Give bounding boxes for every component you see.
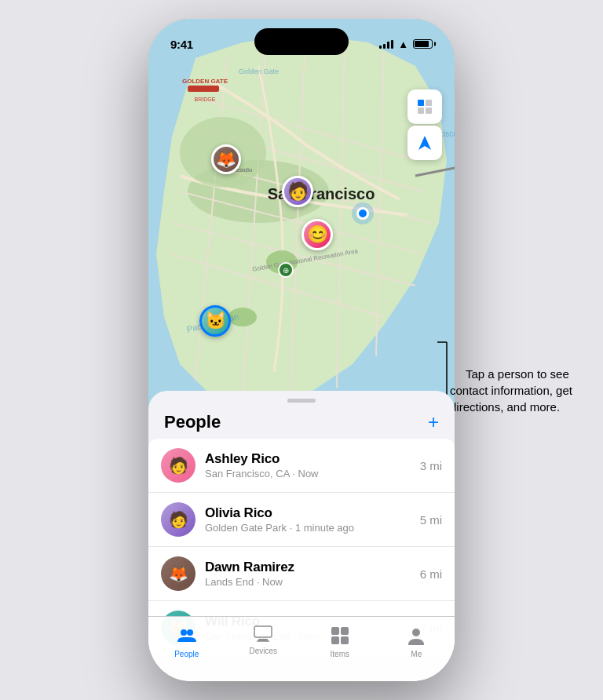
tab-me-label: Me [411,650,422,658]
wifi-icon: ▲ [398,38,408,50]
dawn-detail: Lands End · Now [205,576,420,588]
bar3 [387,42,389,49]
olivia-detail: Golden Gate Park · 1 minute ago [205,522,420,534]
dawn-info: Dawn Ramirez Lands End · Now [205,560,420,588]
olivia-distance: 5 mi [420,513,442,527]
svg-rect-36 [341,627,349,635]
devices-tab-icon [252,625,274,643]
svg-rect-35 [331,627,339,635]
phone-frame: 9:41 ▲ [148,19,455,681]
location-button[interactable] [407,126,442,160]
svg-text:Golden Gate: Golden Gate [239,67,279,75]
dynamic-island [254,28,349,55]
person-row-dawn[interactable]: 🦊 Dawn Ramirez Lands End · Now 6 mi [148,547,455,601]
map-buttons [407,89,442,160]
items-tab-icon [329,625,351,647]
dawn-distance: 6 mi [420,567,442,581]
battery-icon [413,39,433,49]
svg-point-31 [187,629,193,636]
svg-point-39 [412,629,420,636]
user-location-dot [356,207,369,220]
ashley-detail: San Francisco, CA · Now [205,468,420,479]
svg-point-30 [181,629,187,636]
svg-text:GOLDEN GATE: GOLDEN GATE [182,78,228,85]
will-map-pin[interactable]: 🐱 [199,305,231,337]
sheet-header: People + [148,403,455,439]
person-row-ashley[interactable]: 🧑 Ashley Rico San Francisco, CA · Now 3 … [148,439,455,493]
person-map-pin-1[interactable]: 😊 [302,219,333,250]
tab-items-label: Items [331,650,349,658]
tab-me[interactable]: Me [378,625,455,658]
ashley-avatar: 🧑 [161,448,196,483]
dawn-name: Dawn Ramirez [205,560,420,575]
svg-text:BRIDGE: BRIDGE [195,97,216,102]
olivia-avatar: 🧑 [161,502,196,537]
svg-rect-28 [418,108,424,114]
olivia-info: Olivia Rico Golden Gate Park · 1 minute … [205,505,420,534]
tab-people[interactable]: People [148,625,225,658]
olivia-map-pin[interactable]: 🧑 [282,176,313,207]
people-tab-icon [176,625,198,647]
map-view-button[interactable] [407,89,442,124]
svg-rect-37 [331,636,339,644]
dawn-avatar: 🦊 [161,556,196,591]
ashley-name: Ashley Rico [205,451,420,467]
people-title: People [164,412,221,432]
svg-rect-29 [426,108,432,114]
ashley-distance: 3 mi [420,459,442,472]
battery-fill [415,41,429,47]
bar4 [391,40,393,49]
svg-rect-38 [341,636,349,644]
tab-devices[interactable]: Devices [225,625,302,655]
ashley-map-pin[interactable]: 🦊 [211,144,241,174]
location-marker: ⊕ [278,262,294,278]
bar1 [379,46,382,49]
scene: 9:41 ▲ [0,0,603,700]
tab-items[interactable]: Items [302,625,378,658]
tab-devices-label: Devices [249,647,277,655]
callout-text: Tap a person to see contact information,… [450,367,572,414]
add-person-button[interactable]: + [428,413,439,432]
svg-rect-32 [254,626,272,637]
ashley-info: Ashley Rico San Francisco, CA · Now [205,451,420,479]
map-svg: GOLDEN GATE BRIDGE San Francisco Pacific… [148,19,455,419]
status-icons: ▲ [379,38,433,50]
tab-bar: People Devices [148,616,455,681]
me-tab-icon [405,625,427,647]
svg-rect-16 [188,86,219,92]
signal-bars-icon [379,39,393,49]
map-area[interactable]: GOLDEN GATE BRIDGE San Francisco Pacific… [148,19,455,419]
svg-rect-26 [418,100,424,106]
bar2 [383,44,386,49]
phone-screen: 9:41 ▲ [148,19,455,681]
callout: Tap a person to see contact information,… [450,366,595,415]
status-time: 9:41 [170,38,193,51]
olivia-name: Olivia Rico [205,505,420,521]
tab-people-label: People [174,650,199,658]
person-row-olivia[interactable]: 🧑 Olivia Rico Golden Gate Park · 1 minut… [148,493,455,547]
svg-rect-27 [426,100,432,106]
